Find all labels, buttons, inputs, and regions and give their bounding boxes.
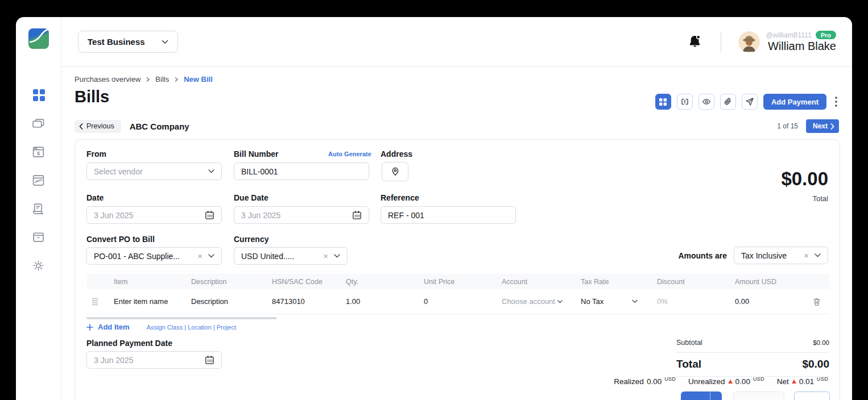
sidebar-item-billing-cards-icon[interactable] [31,116,46,131]
col-hsn-sac: HSN/SAC Code [262,278,336,286]
bill-total-label: Total [813,194,828,203]
secondary-action-button[interactable] [733,391,784,400]
chevron-down-icon [208,254,214,258]
due-date-input[interactable]: 3 Jun 2025 [234,206,369,224]
chevron-left-icon [79,123,83,130]
next-button[interactable]: Next [806,119,839,133]
total-value: $0.00 [802,358,829,370]
clear-icon[interactable]: × [197,251,202,261]
clear-icon[interactable]: × [323,251,328,261]
send-icon[interactable] [742,94,758,110]
record-position: 1 of 15 [777,122,798,130]
business-selector[interactable]: Test Business [78,31,178,53]
svg-text:$: $ [37,150,40,156]
add-item-button[interactable]: Add Item [86,323,130,331]
user-handle: @williamB1111 [766,31,811,39]
assign-class-location-project-links[interactable]: Assign Class | Location | Project [147,324,236,331]
item-tax-rate-select[interactable]: No Tax [571,297,647,306]
net-amount: Net 0.01 USD [777,377,828,386]
company-name: ABC Company [130,122,189,131]
horizontal-scrollbar[interactable] [86,317,277,319]
reference-input[interactable]: REF - 001 [381,206,516,224]
subtotal-value: $0.00 [813,339,829,346]
chevron-down-icon [162,40,168,44]
sidebar-item-sales-icon[interactable]: $ [31,144,46,159]
col-item: Item [104,278,181,286]
content-area: Purchases overview Bills New Bill Bills [61,67,852,400]
items-table: Item Description HSN/SAC Code Qty. Unit … [86,274,829,314]
notification-bell-icon[interactable] [687,34,702,49]
vendor-select[interactable]: Select vendor [86,163,222,180]
user-name[interactable]: William Blake [768,40,836,53]
date-input[interactable]: 3 Jun 2025 [86,206,222,224]
sidebar-item-dashboard-grid-icon[interactable] [31,88,46,102]
item-discount-input[interactable]: 0% [647,297,725,306]
header-divider [721,32,721,52]
app-window: $ [16,17,852,400]
planned-payment-date-label: Planned Payment Date [86,339,172,348]
bill-number-label: Bill Number [234,149,279,159]
planned-payment-date-value: 3 Jun 2025 [94,356,133,365]
auto-generate-link[interactable]: Auto Generate [328,151,371,157]
breadcrumb-new-bill[interactable]: New Bill [184,75,213,84]
col-qty: Qty. [336,278,414,286]
items-table-header: Item Description HSN/SAC Code Qty. Unit … [86,274,829,289]
convert-po-select[interactable]: PO-001 - ABC Supplie... × [86,247,222,265]
clear-icon[interactable]: × [804,251,809,260]
unrealized-amount: Unrealized 0.00 USD [688,377,764,386]
reference-value: REF - 001 [388,211,424,220]
previous-button[interactable]: Previous [75,120,121,133]
delete-row-button[interactable] [804,297,829,306]
item-name-input[interactable]: Enter item name [104,297,181,306]
brand-logo-icon[interactable] [27,27,50,50]
currency-select[interactable]: USD United..... × [234,247,348,265]
item-description-input[interactable]: Description [181,297,262,306]
due-date-label: Due Date [234,193,268,202]
col-amount-usd: Amount USD [725,278,804,286]
outline-action-button[interactable] [794,391,830,400]
toolbar: Add Payment [655,94,840,110]
item-account-select[interactable]: Choose account [491,297,571,306]
sidebar-item-reports-icon[interactable] [31,173,46,188]
item-unit-price-input[interactable]: 0 [414,297,491,306]
sidebar-item-inventory-icon[interactable] [31,230,46,244]
address-pin-button[interactable] [382,162,408,181]
chevron-right-icon [830,123,834,130]
date-value: 3 Jun 2025 [94,211,133,220]
apps-grid-icon[interactable] [655,94,671,110]
col-discount: Discount [647,278,725,286]
subtotal-label: Subtotal [676,339,702,347]
currency-value: USD United..... [241,252,323,261]
item-hsn-input[interactable]: 84713010 [262,297,336,306]
breadcrumb-purchases-overview[interactable]: Purchases overview [75,75,140,84]
col-account: Account [491,278,571,286]
due-date-value: 3 Jun 2025 [241,211,280,220]
planned-payment-date-input[interactable]: 3 Jun 2025 [86,351,222,369]
top-bar: Test Business [61,17,852,67]
amounts-are-select[interactable]: Tax Inclusive × [734,247,828,264]
sidebar-item-settings-gear-icon[interactable] [31,258,46,273]
plus-icon [86,324,93,331]
col-unit-price: Unit Price [414,278,491,286]
avatar[interactable] [738,31,760,53]
drag-handle-icon[interactable] [86,298,104,306]
add-payment-button[interactable]: Add Payment [763,94,826,110]
chevron-down-icon [208,169,214,173]
chevron-down-icon [557,300,563,303]
save-split-button[interactable] [681,391,722,400]
item-qty-input[interactable]: 1.00 [336,297,414,306]
bill-number-input[interactable]: BILL-0001 [234,163,369,180]
totals-summary: Subtotal $0.00 Total $0.00 [675,339,829,377]
breadcrumb-bills[interactable]: Bills [155,75,169,84]
total-label: Total [676,358,701,370]
attachment-icon[interactable] [720,94,736,110]
pro-badge: Pro [816,31,836,39]
sidebar-item-receipts-icon[interactable] [31,201,46,216]
page-title: Bills [75,88,109,106]
convert-po-label: Convert PO to Bill [86,235,155,244]
main-area: Test Business [61,17,852,400]
kebab-menu-icon[interactable] [832,94,840,110]
col-description: Description [181,278,262,286]
split-view-icon[interactable] [677,94,693,110]
preview-eye-icon[interactable] [698,94,714,110]
